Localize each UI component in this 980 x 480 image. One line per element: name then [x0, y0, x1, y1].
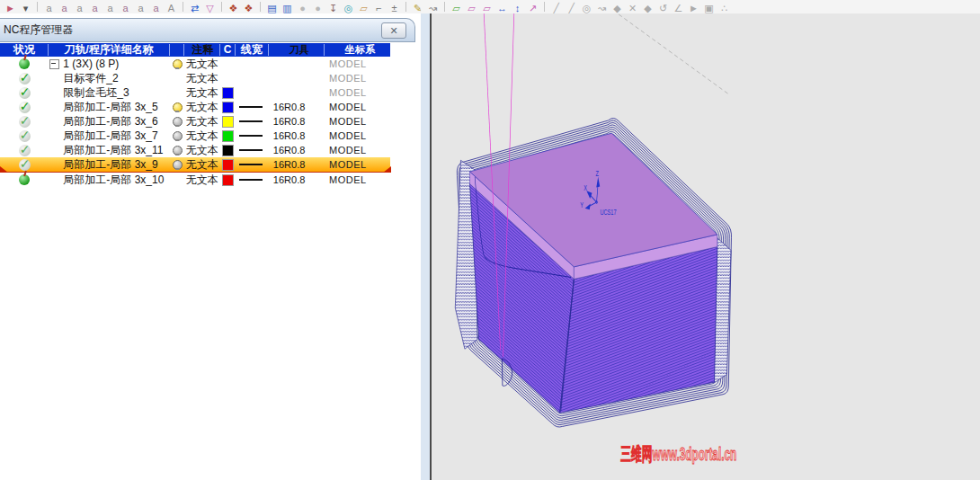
para-green-icon[interactable]: ▱: [449, 2, 464, 14]
color-swatch[interactable]: [222, 102, 234, 113]
move-xy-icon[interactable]: ↔: [494, 2, 510, 14]
select-filter-icon[interactable]: ►: [3, 2, 18, 14]
row-csys: MODEL: [329, 73, 367, 84]
frame-dot-icon[interactable]: ▣: [701, 2, 717, 14]
bulb-on-icon[interactable]: [173, 102, 183, 112]
cursor-icon[interactable]: ►: [686, 2, 701, 14]
para-pink-icon[interactable]: ▱: [464, 2, 479, 14]
status-check-icon[interactable]: [19, 130, 31, 142]
sketch-line2-icon[interactable]: ╱: [564, 2, 579, 14]
color-swatch[interactable]: [222, 159, 234, 171]
pin-icon[interactable]: ↧: [325, 2, 341, 14]
color-swatch[interactable]: [222, 116, 234, 128]
row-comment: 无文本: [186, 57, 218, 72]
status-check-icon[interactable]: [19, 145, 31, 156]
status-regen-icon[interactable]: [19, 174, 30, 185]
cad-application-window: { "toolbar": { "icons": [ {"name":"selec…: [0, 0, 980, 480]
column-header-tool[interactable]: 刀具: [268, 44, 324, 56]
blob-icon[interactable]: ●: [295, 2, 310, 14]
model-view-canvas[interactable]: Z X Y UCS17 三维网www.3dportal.cn: [432, 13, 980, 480]
dots-icon[interactable]: ∴: [717, 2, 732, 14]
row-tool: 16R0.8: [273, 174, 305, 185]
linewidth-sample: [239, 149, 263, 151]
table-row[interactable]: 限制盒毛坯_3 无文本 MODEL: [0, 85, 390, 100]
delete-icon[interactable]: ✕: [625, 2, 640, 14]
spline-icon[interactable]: ↝: [594, 2, 610, 14]
status-check-icon[interactable]: [19, 87, 31, 99]
table-row[interactable]: 局部加工-局部 3x_10 无文本 16R0.8 MODEL: [0, 173, 390, 187]
filter-funnel-icon[interactable]: ▽: [202, 2, 218, 14]
column-header-status[interactable]: 状况: [0, 44, 48, 56]
row-csys: MODEL: [329, 116, 367, 127]
expand-minus-icon[interactable]: [49, 59, 59, 69]
rotate-ucs-icon[interactable]: ↗: [525, 2, 540, 14]
table-row[interactable]: 局部加工-局部 3x_7 无文本 16R0.8 MODEL: [0, 129, 390, 143]
snap-intersect-icon[interactable]: a: [118, 2, 133, 14]
bulb-on-icon[interactable]: [173, 59, 183, 69]
row-csys: MODEL: [329, 58, 367, 69]
table-row[interactable]: 局部加工-局部 3x_6 无文本 16R0.8 MODEL: [0, 114, 390, 129]
move-z-icon[interactable]: ↕: [510, 2, 525, 14]
solid-icon[interactable]: ◆: [640, 2, 655, 14]
column-header-name[interactable]: 刀轨/程序详细名称: [48, 44, 169, 56]
snap-mid-icon[interactable]: a: [57, 2, 72, 14]
table-row[interactable]: 1 (3X) (8 P) 无文本 MODEL: [0, 57, 390, 71]
snap-end-icon[interactable]: a: [41, 2, 57, 14]
panel-titlebar: NC程序管理器 ✕: [0, 18, 415, 42]
color-swatch[interactable]: [222, 130, 234, 142]
color-swatch[interactable]: [222, 145, 234, 156]
sketch-line-icon[interactable]: ╱: [548, 2, 564, 14]
grab-icon[interactable]: ❖: [226, 2, 241, 14]
graphics-viewport[interactable]: Z X Y UCS17 三维网www.3dportal.cn: [432, 13, 980, 480]
status-check-icon[interactable]: [19, 159, 31, 171]
angle-icon[interactable]: ∠: [671, 2, 686, 14]
node-cyan-icon[interactable]: ◎: [341, 2, 356, 14]
column-header-color[interactable]: C: [219, 44, 234, 56]
column-header-comment[interactable]: 注释: [183, 44, 219, 56]
box-tan-icon[interactable]: ▱: [356, 2, 371, 14]
bulb-off-icon[interactable]: [173, 160, 183, 170]
snap-quad-icon[interactable]: a: [102, 2, 118, 14]
status-check-icon[interactable]: [19, 102, 31, 113]
bulb-off-icon[interactable]: [173, 117, 183, 127]
status-check-icon[interactable]: [19, 116, 31, 128]
grab-alt-icon[interactable]: ❖: [241, 2, 256, 14]
measure-add-icon[interactable]: ±: [387, 2, 402, 14]
lasso-icon[interactable]: ↝: [425, 2, 441, 14]
color-swatch[interactable]: [222, 174, 234, 186]
circle-center-icon[interactable]: ◎: [579, 2, 594, 14]
surface-icon[interactable]: ◆: [610, 2, 625, 14]
para-pink-alt-icon[interactable]: ▱: [479, 2, 494, 14]
snap-tangent-icon[interactable]: a: [148, 2, 164, 14]
snap-center-icon[interactable]: a: [72, 2, 87, 14]
measure-height-icon[interactable]: ⌐: [371, 2, 387, 14]
table-row-selected[interactable]: 局部加工-局部 3x_9 无文本 16R0.8 MODEL: [0, 157, 390, 173]
table-row[interactable]: 目标零件_2 无文本 MODEL: [0, 71, 390, 85]
status-check-icon[interactable]: [19, 73, 31, 84]
snap-perp-icon[interactable]: a: [133, 2, 148, 14]
panel-splitter[interactable]: [421, 13, 432, 480]
column-header-csys[interactable]: 坐标系: [324, 44, 390, 56]
edit-sheet-icon[interactable]: ✎: [410, 2, 425, 14]
table-row[interactable]: 局部加工-局部 3x_11 无文本 16R0.8 MODEL: [0, 143, 390, 157]
column-header-bulb[interactable]: [169, 44, 183, 56]
undo-curve-icon[interactable]: ↺: [655, 2, 671, 14]
row-tool: 16R0.8: [273, 102, 305, 112]
swap-icon[interactable]: ⇄: [187, 2, 202, 14]
bulb-off-icon[interactable]: [173, 146, 183, 156]
table-row[interactable]: 局部加工-局部 3x_5 无文本 16R0.8 MODEL: [0, 100, 390, 114]
row-csys: MODEL: [329, 159, 367, 170]
dropdown-caret-icon[interactable]: ▾: [18, 2, 33, 14]
row-comment: 无文本: [186, 100, 218, 115]
list-icon[interactable]: ▤: [264, 2, 280, 14]
blob-alt-icon[interactable]: ●: [310, 2, 325, 14]
column-header-linewidth[interactable]: 线宽: [235, 44, 268, 56]
snap-near-icon[interactable]: A: [164, 2, 179, 14]
close-button[interactable]: ✕: [381, 22, 406, 39]
status-regen-icon[interactable]: [19, 58, 30, 69]
list-detail-icon[interactable]: ▥: [280, 2, 295, 14]
model-scene: Z X Y UCS17 三维网www.3dportal.cn: [432, 13, 738, 467]
snap-node-icon[interactable]: a: [87, 2, 102, 14]
color-swatch[interactable]: [222, 87, 234, 99]
bulb-off-icon[interactable]: [173, 131, 183, 141]
